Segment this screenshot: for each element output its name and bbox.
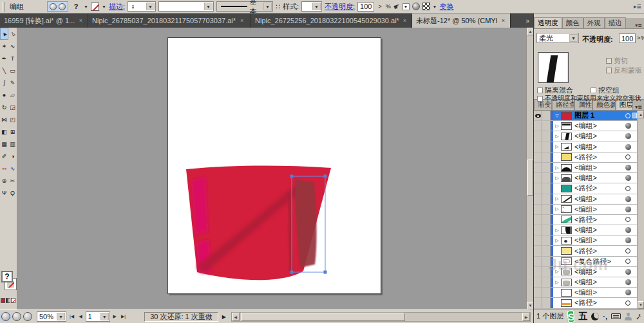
layer-thumbnail-black-flag[interactable]	[561, 143, 572, 151]
close-icon[interactable]: ×	[402, 17, 408, 24]
target-cell[interactable]	[623, 175, 632, 181]
edit-mode-buttons[interactable]	[47, 1, 68, 12]
lock-cell[interactable]	[542, 121, 551, 131]
transform-link[interactable]: 变换	[439, 2, 453, 12]
layer-label[interactable]: <编组>	[574, 131, 623, 141]
expand-arrow-icon[interactable]: ▷	[553, 124, 561, 129]
lock-cell[interactable]	[542, 277, 551, 287]
layer-row[interactable]: ▷<编组>	[534, 121, 644, 131]
invert-mask-checkbox[interactable]: 反相蒙版	[606, 66, 642, 75]
tool-scale[interactable]: ◲	[8, 101, 17, 113]
layer-thumbnail-pink-outline[interactable]	[561, 257, 572, 265]
target-cell[interactable]	[623, 113, 632, 118]
panel1-tab[interactable]: 透明度	[534, 17, 562, 28]
blend-mode-dropdown[interactable]: 柔光 ▼	[536, 33, 579, 43]
visibility-cell[interactable]	[534, 235, 542, 245]
visibility-cell[interactable]	[534, 183, 542, 193]
select-similar-icon[interactable]: ☛	[392, 2, 401, 11]
tool-eyedropper[interactable]: ✐	[0, 150, 8, 162]
opacity-input[interactable]: 100	[357, 2, 374, 12]
layer-row[interactable]: <复合路径>	[534, 257, 644, 267]
layer-thumbnail-gray-soft[interactable]	[561, 268, 572, 275]
tool-blend[interactable]: ◑	[8, 150, 17, 162]
tool-paintbrush[interactable]: ʃ	[0, 77, 8, 89]
horizontal-scrollbar[interactable]: ◀ ▶	[231, 312, 531, 322]
lock-cell[interactable]	[542, 246, 551, 255]
layer-row[interactable]: <路径>	[534, 246, 644, 256]
layer-thumbnail-diag[interactable]	[561, 195, 572, 203]
vertical-scrollbar[interactable]: ▲ ▼	[526, 28, 533, 309]
last-artboard-button[interactable]: ▶|	[120, 314, 127, 319]
none-button[interactable]	[11, 298, 15, 303]
stroke-weight-dropdown[interactable]: ▲▼ ▼	[128, 1, 156, 12]
recolor-artwork-icon[interactable]	[412, 3, 420, 10]
expand-arrow-icon[interactable]: ▷	[553, 176, 561, 181]
layer-label[interactable]: <路径>	[574, 298, 623, 308]
panel-menu-icon[interactable]: ▾≣	[633, 104, 644, 110]
expand-arrow-icon[interactable]: ▷	[553, 196, 561, 201]
gradient-button[interactable]	[6, 298, 10, 303]
tool-magic-wand[interactable]: ✶	[0, 40, 8, 52]
target-cell[interactable]	[623, 279, 632, 285]
recolor-options-icon[interactable]: ∷	[276, 3, 280, 10]
stroke-weight-spinner-icon[interactable]: ▲▼	[130, 4, 136, 9]
tool-artboard[interactable]: ⊕	[0, 174, 8, 187]
layer-thumbnail-semicircle[interactable]	[561, 164, 572, 172]
layer-label[interactable]: <编组>	[574, 121, 623, 131]
tool-line-segment[interactable]: ╲	[0, 64, 8, 77]
lock-cell[interactable]	[542, 235, 551, 245]
artboard-number-dropdown[interactable]: 1 ▼	[86, 311, 110, 322]
layer-label[interactable]: <路径>	[574, 183, 623, 193]
layer-label[interactable]: <编组>	[574, 267, 623, 277]
color-button[interactable]	[1, 298, 5, 303]
visibility-cell[interactable]	[534, 142, 542, 152]
target-cell[interactable]	[623, 207, 632, 212]
visibility-cell[interactable]	[534, 131, 542, 141]
lock-cell[interactable]	[542, 257, 551, 266]
visibility-cell[interactable]	[534, 257, 542, 266]
layer-row[interactable]: <路径>	[534, 298, 644, 308]
control-bar-grip[interactable]	[3, 2, 5, 12]
opacity-mask-define-checkbox[interactable]: 不透明度和蒙版用来定义挖空形状	[537, 94, 641, 103]
tool-lasso[interactable]: ∿	[8, 40, 17, 52]
tool-pen[interactable]: ✒	[0, 52, 8, 64]
layer-thumbnail-teal[interactable]	[561, 185, 572, 192]
target-cell[interactable]	[623, 154, 632, 160]
clip-checkbox[interactable]: 剪切	[606, 56, 628, 66]
visibility-cell[interactable]	[534, 121, 542, 131]
layer-thumbnail-small-dot[interactable]	[561, 237, 572, 245]
align-options-icon[interactable]	[422, 3, 430, 10]
layer-label[interactable]: <路径>	[574, 152, 623, 162]
prev-artboard-button[interactable]: ◀	[77, 314, 83, 319]
lock-cell[interactable]	[542, 215, 551, 225]
visibility-cell[interactable]	[534, 267, 542, 277]
lock-cell[interactable]	[542, 183, 551, 193]
tool-mesh[interactable]: ▦	[0, 138, 8, 150]
bucket-artwork[interactable]	[168, 38, 381, 293]
align-dropdown-icon[interactable]: ▼	[433, 5, 437, 9]
tool-gradient[interactable]: ▥	[8, 138, 17, 150]
visibility-cell[interactable]	[534, 163, 542, 172]
tool-hand[interactable]: Ψ	[0, 187, 8, 199]
select-similar-dropdown-icon[interactable]: ▼	[402, 3, 410, 10]
target-cell[interactable]	[623, 259, 632, 264]
layer-thumbnail-black-slash[interactable]	[561, 133, 572, 140]
document-tab[interactable]: Nipic_26725256_20180322100545029030.ai*×	[251, 14, 412, 28]
layer-label[interactable]: <编组>	[574, 277, 623, 287]
visibility-cell[interactable]	[534, 298, 542, 308]
close-icon[interactable]: ×	[239, 17, 245, 24]
expand-arrow-icon[interactable]: ▷	[553, 280, 561, 285]
layer-label[interactable]: <编组>	[574, 194, 623, 204]
layer-label[interactable]: 图层 1	[574, 111, 623, 120]
target-cell[interactable]	[623, 300, 632, 306]
lock-cell[interactable]	[542, 298, 551, 308]
close-icon[interactable]: ×	[500, 17, 506, 24]
panel-opacity-stepper-icon[interactable]: >	[637, 35, 640, 41]
expand-arrow-icon[interactable]: ▽	[553, 113, 561, 118]
status-display[interactable]: 30 次还原: 1 次重做	[144, 312, 218, 322]
layer-thumbnail-gray-soft[interactable]	[561, 279, 572, 286]
layer-row[interactable]: <路径>	[534, 215, 644, 225]
layer-row[interactable]: ▷<编组>	[534, 131, 644, 142]
lock-cell[interactable]	[542, 173, 551, 183]
expand-arrow-icon[interactable]: ▷	[553, 269, 561, 274]
